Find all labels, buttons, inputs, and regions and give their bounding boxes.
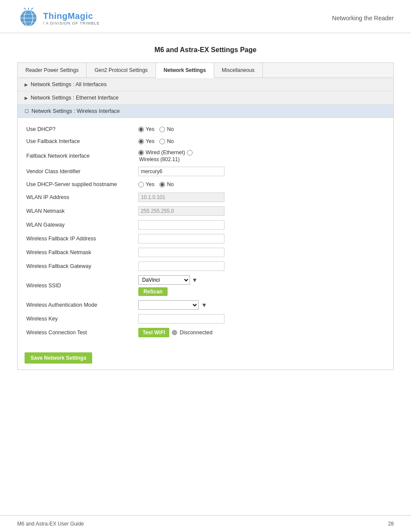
input-wireless-fallback-gateway[interactable] bbox=[138, 261, 224, 271]
test-wifi-button[interactable]: Test WiFI bbox=[138, 328, 169, 337]
control-fallback-network: Wired (Ethernet) Wireless (802.11) bbox=[138, 149, 385, 162]
main-content: M6 and Astra-EX Settings Page Reader Pow… bbox=[0, 33, 411, 387]
svg-line-5 bbox=[24, 8, 26, 9]
label-fallback-network: Fallback Network interface bbox=[26, 153, 138, 159]
radio-fallback-wired-label: Wired (Ethernet) bbox=[146, 149, 185, 156]
select-ssid[interactable]: DaVinci bbox=[138, 275, 190, 285]
input-wlan-ip[interactable] bbox=[138, 193, 224, 202]
tab-miscellaneous[interactable]: Miscellaneous bbox=[214, 63, 263, 78]
logo-area: ThingMagic / A DIVISION OF TRIMBLE bbox=[17, 8, 100, 28]
tab-reader-power[interactable]: Reader Power Settings bbox=[18, 63, 87, 78]
radio-dhcp-no-label: No bbox=[167, 126, 174, 132]
radio-fallback-no[interactable]: No bbox=[159, 138, 174, 144]
tab-network-settings[interactable]: Network Settings bbox=[156, 63, 214, 78]
tab-bar: Reader Power Settings Gen2 Protocol Sett… bbox=[18, 63, 393, 78]
label-vendor-class: Vendor Class Identifier bbox=[26, 168, 138, 174]
radio-group-dhcp-hostname: Yes No bbox=[138, 181, 174, 187]
row-wireless-key: Wireless Key bbox=[26, 312, 385, 326]
radio-fallback-yes-input[interactable] bbox=[138, 139, 144, 144]
label-use-fallback: Use Fallback Interface bbox=[26, 138, 138, 144]
label-wireless-ssid: Wireless SSID bbox=[26, 283, 138, 289]
input-wireless-fallback-ip[interactable] bbox=[138, 234, 224, 243]
label-wireless-fallback-gateway: Wireless Fallback Gateway bbox=[26, 263, 138, 269]
logo-sub-text: / A DIVISION OF TRIMBLE bbox=[43, 21, 100, 25]
auth-mode-dropdown-arrow[interactable]: ▼ bbox=[201, 302, 207, 308]
select-auth-mode[interactable] bbox=[138, 300, 199, 310]
radio-dhcp-no[interactable]: No bbox=[159, 126, 174, 132]
radio-hostname-no-input[interactable] bbox=[159, 182, 165, 187]
control-wireless-auth-mode: ▼ bbox=[138, 300, 385, 310]
ssid-row: DaVinci ▼ bbox=[138, 275, 198, 285]
row-wlan-gateway: WLAN Gateway bbox=[26, 218, 385, 232]
arrow-ethernet: ▶ bbox=[25, 96, 28, 100]
radio-fallback-yes[interactable]: Yes bbox=[138, 138, 154, 144]
radio-dhcp-no-input[interactable] bbox=[159, 127, 165, 132]
row-wlan-netmask: WLAN Netmask bbox=[26, 204, 385, 218]
save-network-settings-button[interactable]: Save Network Settings bbox=[25, 352, 92, 364]
page-header: ThingMagic / A DIVISION OF TRIMBLE Netwo… bbox=[0, 0, 411, 33]
radio-hostname-yes-label: Yes bbox=[146, 181, 154, 187]
fallback-control: Wired (Ethernet) Wireless (802.11) bbox=[138, 149, 194, 162]
radio-dhcp-yes-input[interactable] bbox=[138, 127, 144, 132]
control-use-dhcp: Yes No bbox=[138, 126, 385, 132]
row-vendor-class: Vendor Class Identifier bbox=[26, 165, 385, 178]
row-wireless-connection-test: Wireless Connection Test Test WiFI Disco… bbox=[26, 326, 385, 339]
radio-fallback-wireless-input[interactable] bbox=[187, 150, 193, 156]
radio-fallback-yes-label: Yes bbox=[146, 138, 154, 144]
footer-page-number: 28 bbox=[388, 521, 394, 527]
section-wireless[interactable]: ☐ Network Settings : Wireless Interface bbox=[18, 105, 393, 118]
input-wlan-netmask[interactable] bbox=[138, 206, 224, 216]
control-use-fallback: Yes No bbox=[138, 138, 385, 144]
rescan-button-container: ReScan bbox=[138, 287, 198, 296]
row-wireless-ssid: Wireless SSID DaVinci ▼ ReScan bbox=[26, 273, 385, 298]
ssid-dropdown-arrow[interactable]: ▼ bbox=[192, 277, 198, 283]
rescan-button[interactable]: ReScan bbox=[138, 287, 168, 296]
input-vendor-class[interactable] bbox=[138, 167, 224, 176]
svg-line-7 bbox=[31, 8, 33, 9]
row-wireless-auth-mode: Wireless Authentication Mode ▼ bbox=[26, 298, 385, 312]
logo-text: ThingMagic / A DIVISION OF TRIMBLE bbox=[43, 11, 100, 25]
radio-hostname-no-label: No bbox=[167, 181, 174, 187]
row-wireless-fallback-gateway: Wireless Fallback Gateway bbox=[26, 259, 385, 273]
control-wireless-fallback-netmask bbox=[138, 248, 385, 257]
row-wireless-fallback-ip: Wireless Fallback IP Address bbox=[26, 232, 385, 246]
section-ethernet[interactable]: ▶ Network Settings : Ethernet Interface bbox=[18, 91, 393, 105]
label-wireless-fallback-netmask: Wireless Fallback Netmask bbox=[26, 249, 138, 255]
control-wlan-ip bbox=[138, 193, 385, 202]
wireless-form-content: Use DHCP? Yes No Use bbox=[18, 118, 393, 346]
label-wlan-ip: WLAN IP Address bbox=[26, 194, 138, 200]
radio-hostname-yes-input[interactable] bbox=[138, 182, 144, 187]
radio-dhcp-yes-label: Yes bbox=[146, 126, 154, 132]
row-dhcp-hostname: Use DHCP-Server supplied hostname Yes No bbox=[26, 178, 385, 190]
radio-fallback-no-input[interactable] bbox=[159, 139, 165, 144]
input-wireless-fallback-netmask[interactable] bbox=[138, 248, 224, 257]
logo-image bbox=[17, 8, 40, 28]
tab-gen2-protocol[interactable]: Gen2 Protocol Settings bbox=[87, 63, 156, 78]
section-wireless-label: Network Settings : Wireless Interface bbox=[31, 108, 120, 114]
page-title: M6 and Astra-EX Settings Page bbox=[17, 46, 394, 54]
control-wlan-gateway bbox=[138, 220, 385, 230]
section-all-interfaces[interactable]: ▶ Network Settings : All Interfaces bbox=[18, 78, 393, 91]
radio-group-fallback: Yes No bbox=[138, 138, 174, 144]
logo-main-text: ThingMagic bbox=[43, 11, 100, 21]
row-fallback-network: Fallback Network interface Wired (Ethern… bbox=[26, 147, 385, 165]
radio-dhcp-yes[interactable]: Yes bbox=[138, 126, 154, 132]
radio-hostname-yes[interactable]: Yes bbox=[138, 181, 154, 187]
control-wireless-fallback-ip bbox=[138, 234, 385, 243]
radio-fallback-wireless[interactable] bbox=[187, 150, 194, 156]
label-wlan-netmask: WLAN Netmask bbox=[26, 208, 138, 214]
label-wlan-gateway: WLAN Gateway bbox=[26, 222, 138, 228]
row-wlan-ip: WLAN IP Address bbox=[26, 190, 385, 204]
control-vendor-class bbox=[138, 167, 385, 176]
section-ethernet-label: Network Settings : Ethernet Interface bbox=[31, 95, 118, 101]
control-wireless-connection-test: Test WiFI Disconnected bbox=[138, 328, 385, 337]
control-dhcp-hostname: Yes No bbox=[138, 181, 385, 187]
control-wireless-ssid: DaVinci ▼ ReScan bbox=[138, 275, 385, 296]
arrow-all-interfaces: ▶ bbox=[25, 82, 28, 87]
row-use-fallback: Use Fallback Interface Yes No bbox=[26, 135, 385, 147]
radio-fallback-wired-input[interactable] bbox=[138, 150, 144, 156]
radio-fallback-wired[interactable]: Wired (Ethernet) bbox=[138, 149, 185, 156]
radio-hostname-no[interactable]: No bbox=[159, 181, 174, 187]
input-wlan-gateway[interactable] bbox=[138, 220, 224, 230]
input-wireless-key[interactable] bbox=[138, 314, 224, 324]
